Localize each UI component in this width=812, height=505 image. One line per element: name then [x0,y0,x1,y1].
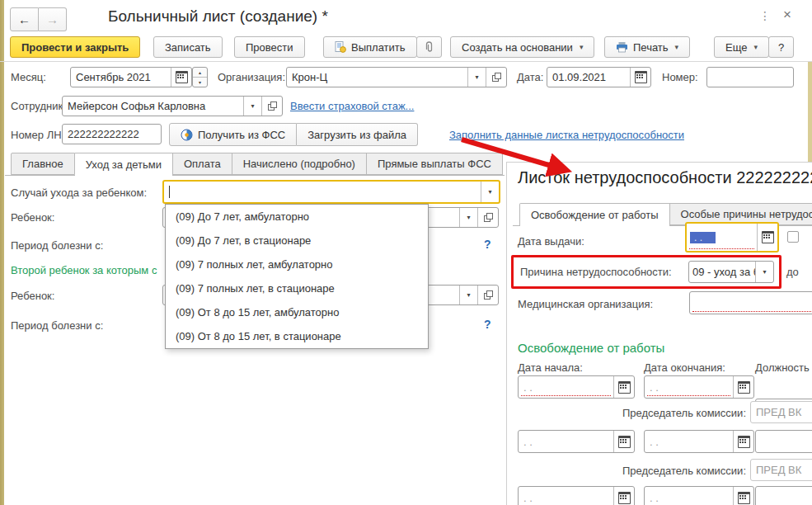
open-form-icon[interactable] [477,286,498,304]
month-stepper[interactable]: ▴ ▾ [192,67,208,87]
issue-date-field[interactable]: . . [685,222,779,252]
month-label: Месяц: [11,71,46,83]
open-form-icon[interactable] [486,68,506,87]
date-field[interactable]: 01.09.2021 [547,67,651,87]
chevron-down-icon[interactable]: ▾ [755,262,773,282]
medical-org-field[interactable] [689,291,812,314]
end-date-field-3[interactable]: . . [644,486,754,505]
calendar-icon[interactable] [733,376,753,398]
dropdown-item[interactable]: (09) От 8 до 15 лет, амбулаторно [166,300,428,324]
dropdown-item[interactable]: (09) До 7 лет, амбулаторно [166,205,428,229]
help-button[interactable]: ? [768,36,794,58]
dropdown-item[interactable]: (09) 7 полных лет, амбулаторно [166,252,428,276]
back-button[interactable]: ← [10,7,39,31]
save-button[interactable]: Записать [153,36,223,58]
chevron-down-icon: ▾ [675,43,679,51]
help-question-icon[interactable]: ? [484,238,491,251]
second-child-label: Второй ребенок за которым с [11,264,157,276]
tab-work-release[interactable]: Освобождение от работы [519,203,670,226]
get-from-fss-button[interactable]: Получить из ФСС [169,123,297,146]
chairman-field-2[interactable]: ПРЕД ВК [750,459,812,481]
help-question-icon[interactable]: ? [484,318,491,331]
organization-field[interactable]: Крон-Ц ▾ [286,67,507,87]
calendar-icon[interactable] [630,68,650,87]
start-date-field[interactable]: . . [518,375,635,399]
tab-accrued-detail[interactable]: Начислено (подробно) [232,153,367,175]
end-date-value-3: . . [645,487,733,505]
stepper-down-icon[interactable]: ▾ [193,78,207,87]
month-field[interactable]: Сентябрь 2021 [70,67,192,87]
doctor-position-field-3[interactable] [755,486,812,505]
dropdown-item[interactable]: (09) 7 полных лет, в стационаре [166,276,428,300]
illness-period2-label: Период болезни с: [11,319,103,332]
organization-label: Организация: [218,71,285,83]
create-based-on-button[interactable]: Создать на основании ▾ [450,36,594,58]
tab-main[interactable]: Главное [11,153,75,175]
ln-number-value: 222222222222 [68,128,139,140]
start-date-value: . . [519,376,613,398]
calendar-icon[interactable] [733,431,753,452]
start-date-field-3[interactable]: . . [518,486,635,505]
chevron-down-icon[interactable]: ▾ [481,182,499,202]
open-form-icon[interactable] [261,97,282,116]
open-form-icon[interactable] [477,208,498,227]
chevron-down-icon[interactable]: ▾ [467,68,486,87]
more-options-icon[interactable]: ⋮ [759,9,771,22]
forward-button[interactable]: → [39,7,67,31]
child2-label: Ребенок: [11,290,54,302]
dropdown-item[interactable]: (09) От 8 до 15 лет, в стационаре [166,324,428,348]
calendar-icon[interactable] [613,431,634,452]
end-date-field-2[interactable]: . . [644,430,754,453]
chevron-down-icon: ▾ [580,43,584,51]
stepper-up-icon[interactable]: ▴ [193,68,207,78]
cause-suffix-text: до [786,266,799,278]
end-date-field[interactable]: . . [644,375,754,399]
calendar-icon[interactable] [171,68,191,87]
issue-date-value: . . [690,232,716,243]
ln-number-field[interactable]: 222222222222 [62,124,162,144]
enter-insurance-record-link[interactable]: Ввести страховой стаж... [290,100,414,112]
cause-label: Причина нетрудоспособности: [520,266,672,278]
post-button[interactable]: Провести [234,36,305,58]
fss-actions-group: Получить из ФСС Загрузить из файла [169,123,418,146]
chevron-down-icon[interactable]: ▾ [459,286,477,304]
number-label: Номер: [662,71,698,83]
post-and-close-button[interactable]: Провести и закрыть [10,36,140,58]
attachments-button[interactable] [416,36,442,58]
calendar-icon[interactable] [757,224,777,251]
dropdown-item[interactable]: (09) До 7 лет, в стационаре [166,229,428,252]
load-from-file-button[interactable]: Загрузить из файла [297,123,418,146]
cause-combobox[interactable]: 09 - уход за бол ▾ [688,261,774,283]
more-button[interactable]: Еще ▾ [714,36,769,58]
ln-number-label: Номер ЛН: [11,129,64,141]
chevron-down-icon: ▾ [753,43,758,51]
calendar-icon[interactable] [613,487,634,505]
chairman-field[interactable]: ПРЕД ВК [750,401,812,423]
start-date-field-2[interactable]: . . [518,430,635,453]
print-button[interactable]: Печать ▾ [604,36,690,58]
end-date-label: Дата окончания: [644,361,725,374]
calendar-icon[interactable] [733,487,753,505]
back-icon: ← [18,12,31,26]
number-field[interactable] [706,67,794,87]
care-case-label: Случай ухода за ребенком: [11,186,147,199]
end-date-value: . . [645,376,733,398]
cause-value: 09 - уход за бол [689,262,755,282]
chevron-down-icon[interactable]: ▾ [459,208,477,227]
doctor-position-label: Должность в [755,361,812,374]
tab-payment[interactable]: Оплата [173,153,232,175]
doctor-position-field-2[interactable] [755,430,812,453]
close-icon[interactable]: × [783,7,791,23]
pay-button[interactable]: Выплатить [323,36,417,58]
calendar-icon[interactable] [613,376,634,398]
care-case-combobox[interactable]: ▾ [162,180,500,204]
employee-field[interactable]: Мейерсон Софья Карловна ▾ [62,96,283,116]
save-label: Записать [165,41,211,54]
chairman-label: Председатель комиссии: [577,407,746,419]
tab-child-care[interactable]: Уход за детьми [75,153,173,176]
chevron-down-icon[interactable]: ▾ [243,97,261,116]
issue-date-checkbox[interactable] [787,231,799,243]
fss-logo-icon [181,129,193,141]
load-from-file-label: Загрузить из файла [307,129,406,141]
document-tabbar: Главное Уход за детьми Оплата Начислено … [5,153,505,176]
